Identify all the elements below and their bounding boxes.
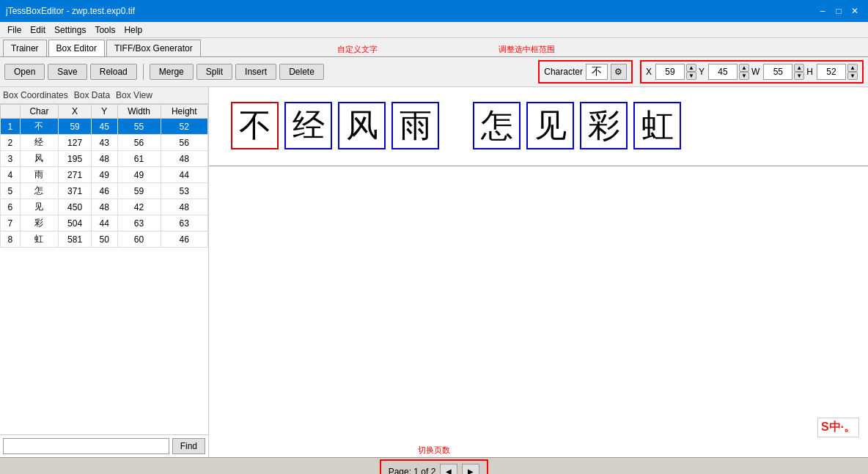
maximize-button[interactable]: □: [831, 4, 846, 18]
tab-box-editor[interactable]: Box Editor: [48, 40, 105, 56]
row-y: 49: [91, 167, 117, 183]
row-w: 49: [117, 167, 161, 183]
y-label: Y: [699, 67, 705, 77]
tab-trainer[interactable]: Trainer: [3, 40, 47, 56]
save-button[interactable]: Save: [48, 64, 87, 80]
characters-row: 不经风雨怎见彩虹: [209, 87, 868, 164]
char-box: 雨: [391, 102, 439, 149]
row-char: 不: [20, 119, 59, 135]
row-char: 风: [20, 151, 59, 167]
left-header: Box Coordinates Box Data Box View: [0, 87, 208, 104]
h-input-pair: ▲ ▼: [817, 64, 858, 80]
table-row[interactable]: 4 雨 271 49 49 44: [1, 167, 208, 183]
split-button[interactable]: Split: [196, 64, 232, 80]
h-down[interactable]: ▼: [847, 72, 858, 80]
row-x: 371: [59, 183, 92, 199]
table-container: Char X Y Width Height 1 不 59 45 55 52 2 …: [0, 104, 208, 434]
table-header-row: Char X Y Width Height: [1, 105, 208, 119]
box-data-header: Box Data: [74, 90, 110, 100]
y-up[interactable]: ▲: [739, 64, 749, 72]
char-box: 彩: [580, 102, 628, 149]
delete-button[interactable]: Delete: [279, 64, 324, 80]
row-h: 53: [161, 183, 207, 199]
table-row[interactable]: 6 见 450 48 42 48: [1, 199, 208, 215]
x-down[interactable]: ▼: [686, 72, 696, 80]
row-y: 48: [91, 199, 117, 215]
char-box: 经: [284, 102, 332, 149]
w-up[interactable]: ▲: [794, 64, 804, 72]
menu-edit[interactable]: Edit: [26, 23, 50, 37]
h-label: H: [806, 67, 813, 77]
minimize-button[interactable]: –: [815, 4, 830, 18]
right-panel: 不经风雨怎见彩虹 S中·。: [209, 87, 868, 457]
row-char: 虹: [20, 232, 59, 248]
row-x: 195: [59, 151, 92, 167]
toolbar-separator: [143, 64, 144, 80]
x-up[interactable]: ▲: [686, 64, 696, 72]
row-h: 52: [161, 119, 207, 135]
table-row[interactable]: 8 虹 581 50 60 46: [1, 232, 208, 248]
row-num: 5: [1, 183, 21, 199]
w-down[interactable]: ▼: [794, 72, 804, 80]
table-row[interactable]: 7 彩 504 44 63 63: [1, 215, 208, 232]
table-row[interactable]: 1 不 59 45 55 52: [1, 119, 208, 135]
row-char: 彩: [20, 215, 59, 232]
col-y: Y: [91, 105, 117, 119]
search-input[interactable]: [3, 438, 169, 454]
page-label: Page: 1 of 2: [389, 467, 436, 475]
tab-tiff-generator[interactable]: TIFF/Box Generator: [106, 40, 201, 56]
table-row[interactable]: 5 怎 371 46 59 53: [1, 183, 208, 199]
open-button[interactable]: Open: [4, 64, 45, 80]
character-label: Character: [544, 67, 583, 77]
char-box: 虹: [633, 102, 681, 149]
row-h: 46: [161, 232, 207, 248]
row-w: 59: [117, 183, 161, 199]
row-y: 44: [91, 215, 117, 232]
y-input-pair: ▲ ▼: [708, 64, 749, 80]
row-x: 271: [59, 167, 92, 183]
h-input[interactable]: [817, 64, 846, 80]
menu-file[interactable]: File: [3, 23, 26, 37]
find-button[interactable]: Find: [172, 438, 205, 454]
pagination-annotation: 切换页数: [418, 445, 450, 456]
close-button[interactable]: ✕: [847, 4, 862, 18]
table-row[interactable]: 3 风 195 48 61 48: [1, 151, 208, 167]
x-input[interactable]: [655, 64, 685, 80]
coordinate-group: X ▲ ▼ Y ▲ ▼ W ▲ ▼ H: [640, 60, 864, 84]
h-spinner: ▲ ▼: [847, 64, 858, 80]
col-height: Height: [161, 105, 207, 119]
gear-button[interactable]: ⚙: [611, 64, 627, 80]
divider-line: [209, 166, 868, 166]
row-y: 46: [91, 183, 117, 199]
table-row[interactable]: 2 经 127 43 56 56: [1, 135, 208, 151]
row-num: 2: [1, 135, 21, 151]
menu-tools[interactable]: Tools: [90, 23, 119, 37]
h-up[interactable]: ▲: [847, 64, 858, 72]
window-controls: – □ ✕: [815, 4, 862, 18]
row-num: 7: [1, 215, 21, 232]
insert-button[interactable]: Insert: [235, 64, 276, 80]
col-width: Width: [117, 105, 161, 119]
prev-page-button[interactable]: ◀: [440, 464, 457, 475]
w-input-pair: ▲ ▼: [763, 64, 804, 80]
x-spinner: ▲ ▼: [686, 64, 696, 80]
sogou-icon: S中·。: [817, 418, 859, 437]
row-h: 48: [161, 199, 207, 215]
col-x: X: [59, 105, 92, 119]
row-num: 8: [1, 232, 21, 248]
w-input[interactable]: [763, 64, 792, 80]
w-label: W: [751, 67, 760, 77]
row-char: 见: [20, 199, 59, 215]
row-h: 44: [161, 167, 207, 183]
menu-settings[interactable]: Settings: [50, 23, 90, 37]
merge-button[interactable]: Merge: [150, 64, 194, 80]
menu-help[interactable]: Help: [119, 23, 147, 37]
y-down[interactable]: ▼: [739, 72, 749, 80]
reload-button[interactable]: Reload: [90, 64, 137, 80]
canvas-area[interactable]: 不经风雨怎见彩虹: [209, 87, 868, 457]
box-view-header: Box View: [116, 90, 152, 100]
y-input[interactable]: [708, 64, 738, 80]
row-y: 48: [91, 151, 117, 167]
character-input[interactable]: [586, 64, 608, 80]
next-page-button[interactable]: ▶: [462, 464, 479, 475]
